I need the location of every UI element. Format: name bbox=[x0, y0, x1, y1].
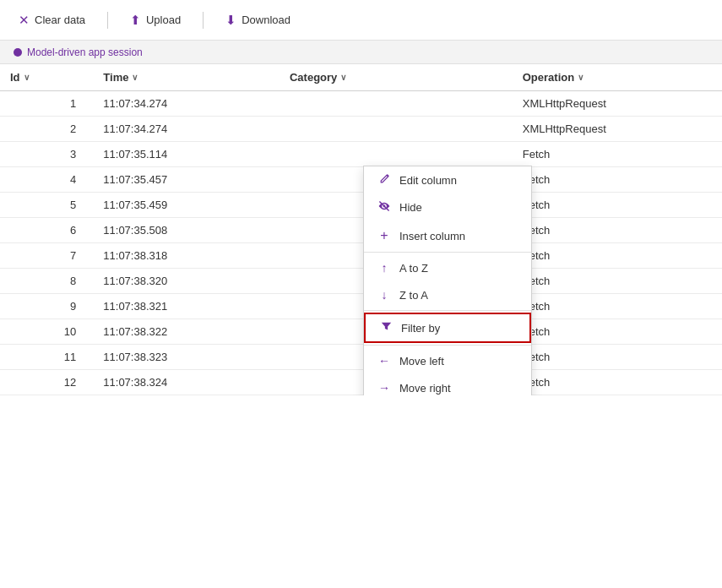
menu-item-move-right[interactable]: →Move right bbox=[364, 374, 531, 395]
data-table: Id ∨ Time ∨ Category ∨ bbox=[0, 64, 722, 395]
cell-time: 11:07:35.114 bbox=[93, 142, 280, 167]
table-body: 1 11:07:34.274 XMLHttpRequest 2 11:07:34… bbox=[0, 91, 722, 395]
cell-operation: Fetch bbox=[513, 142, 722, 167]
cell-time: 11:07:38.322 bbox=[93, 319, 280, 345]
cell-id: 6 bbox=[0, 218, 93, 243]
cell-id: 5 bbox=[0, 193, 93, 218]
category-sort-icon: ∨ bbox=[340, 73, 346, 82]
menu-item-a-to-z[interactable]: ↑A to Z bbox=[364, 254, 531, 281]
upload-button[interactable]: ⬆ Upload bbox=[125, 9, 186, 31]
session-bar: Model-driven app session bbox=[0, 41, 722, 64]
cell-id: 4 bbox=[0, 167, 93, 193]
cell-operation: Fetch bbox=[513, 218, 722, 243]
cell-category bbox=[280, 91, 513, 117]
table-row: 3 11:07:35.114 Fetch bbox=[0, 142, 722, 167]
menu-icon-insert-column: + bbox=[377, 228, 391, 243]
cell-category bbox=[280, 142, 513, 167]
cell-id: 12 bbox=[0, 370, 93, 395]
menu-label-edit-column: Edit column bbox=[399, 174, 457, 187]
upload-label: Upload bbox=[146, 14, 181, 26]
toolbar-divider-2 bbox=[203, 12, 204, 29]
clear-data-button[interactable]: ✕ Clear data bbox=[14, 9, 90, 31]
menu-icon-move-left: ← bbox=[377, 354, 391, 368]
menu-icon-move-right: → bbox=[377, 381, 391, 395]
cell-time: 11:07:35.457 bbox=[93, 167, 280, 193]
clear-data-icon: ✕ bbox=[19, 13, 30, 28]
cell-id: 10 bbox=[0, 319, 93, 345]
menu-label-a-to-z: A to Z bbox=[399, 262, 428, 275]
cell-operation: Fetch bbox=[513, 294, 722, 319]
menu-label-z-to-a: Z to A bbox=[399, 289, 428, 302]
toolbar-divider-1 bbox=[107, 12, 108, 29]
menu-icon-hide bbox=[377, 200, 391, 215]
cell-operation: Fetch bbox=[513, 193, 722, 218]
toolbar: ✕ Clear data ⬆ Upload ⬇ Download bbox=[0, 0, 722, 41]
menu-item-insert-column[interactable]: +Insert column bbox=[364, 221, 531, 250]
table-row: 6 11:07:35.508 Fetch bbox=[0, 218, 722, 243]
table-row: 4 11:07:35.457 Fetch bbox=[0, 167, 722, 193]
table-row: 11 11:07:38.323 Fetch bbox=[0, 345, 722, 370]
column-header-time[interactable]: Time ∨ bbox=[93, 64, 280, 91]
cell-time: 11:07:38.321 bbox=[93, 294, 280, 319]
table-container: Id ∨ Time ∨ Category ∨ bbox=[0, 64, 722, 395]
cell-id: 1 bbox=[0, 91, 93, 117]
cell-time: 11:07:34.274 bbox=[93, 117, 280, 142]
cell-time: 11:07:38.324 bbox=[93, 370, 280, 395]
cell-id: 8 bbox=[0, 269, 93, 294]
cell-id: 9 bbox=[0, 294, 93, 319]
session-label: Model-driven app session bbox=[27, 46, 143, 58]
time-sort-icon: ∨ bbox=[132, 73, 138, 82]
cell-operation: XMLHttpRequest bbox=[513, 91, 722, 117]
operation-sort-icon: ∨ bbox=[578, 73, 584, 82]
menu-divider-after-filter-by bbox=[364, 345, 531, 346]
menu-item-move-left[interactable]: ←Move left bbox=[364, 347, 531, 374]
cell-operation: Fetch bbox=[513, 243, 722, 269]
table-row: 9 11:07:38.321 Fetch bbox=[0, 294, 722, 319]
menu-icon-filter-by bbox=[379, 321, 393, 335]
cell-operation: Fetch bbox=[513, 319, 722, 345]
download-button[interactable]: ⬇ Download bbox=[220, 9, 296, 31]
table-row: 10 11:07:38.322 Fetch bbox=[0, 319, 722, 345]
cell-time: 11:07:38.318 bbox=[93, 243, 280, 269]
column-context-menu: Edit columnHide+Insert column↑A to Z↓Z t… bbox=[363, 166, 532, 395]
cell-time: 11:07:35.508 bbox=[93, 218, 280, 243]
clear-data-label: Clear data bbox=[35, 14, 85, 26]
table-row: 1 11:07:34.274 XMLHttpRequest bbox=[0, 91, 722, 117]
cell-time: 11:07:38.320 bbox=[93, 269, 280, 294]
cell-operation: Fetch bbox=[513, 167, 722, 193]
menu-label-move-left: Move left bbox=[399, 355, 444, 368]
download-label: Download bbox=[242, 14, 290, 26]
cell-operation: XMLHttpRequest bbox=[513, 117, 722, 142]
menu-divider-after-insert-column bbox=[364, 252, 531, 253]
cell-time: 11:07:38.323 bbox=[93, 345, 280, 370]
cell-operation: Fetch bbox=[513, 370, 722, 395]
menu-label-insert-column: Insert column bbox=[399, 230, 465, 242]
menu-icon-z-to-a: ↓ bbox=[377, 288, 391, 302]
cell-id: 3 bbox=[0, 142, 93, 167]
menu-icon-a-to-z: ↑ bbox=[377, 261, 391, 275]
cell-operation: Fetch bbox=[513, 269, 722, 294]
menu-item-edit-column[interactable]: Edit column bbox=[364, 166, 531, 193]
cell-id: 7 bbox=[0, 243, 93, 269]
cell-operation: Fetch bbox=[513, 345, 722, 370]
column-header-operation[interactable]: Operation ∨ bbox=[513, 64, 722, 91]
menu-label-move-right: Move right bbox=[399, 382, 451, 395]
download-icon: ⬇ bbox=[225, 13, 236, 28]
menu-icon-edit-column bbox=[377, 173, 391, 187]
table-header-row: Id ∨ Time ∨ Category ∨ bbox=[0, 64, 722, 91]
cell-time: 11:07:34.274 bbox=[93, 91, 280, 117]
session-dot bbox=[14, 48, 22, 57]
menu-divider-after-z-to-a bbox=[364, 310, 531, 311]
table-row: 7 11:07:38.318 Fetch bbox=[0, 243, 722, 269]
menu-item-filter-by[interactable]: Filter by bbox=[364, 313, 531, 343]
cell-id: 11 bbox=[0, 345, 93, 370]
menu-label-hide: Hide bbox=[399, 201, 422, 214]
table-row: 12 11:07:38.324 Fetch bbox=[0, 370, 722, 395]
column-header-id[interactable]: Id ∨ bbox=[0, 64, 93, 91]
menu-item-z-to-a[interactable]: ↓Z to A bbox=[364, 281, 531, 308]
column-header-category[interactable]: Category ∨ bbox=[280, 64, 513, 91]
id-sort-icon: ∨ bbox=[24, 73, 30, 82]
menu-item-hide[interactable]: Hide bbox=[364, 193, 531, 221]
upload-icon: ⬆ bbox=[130, 13, 141, 28]
table-row: 5 11:07:35.459 Fetch bbox=[0, 193, 722, 218]
